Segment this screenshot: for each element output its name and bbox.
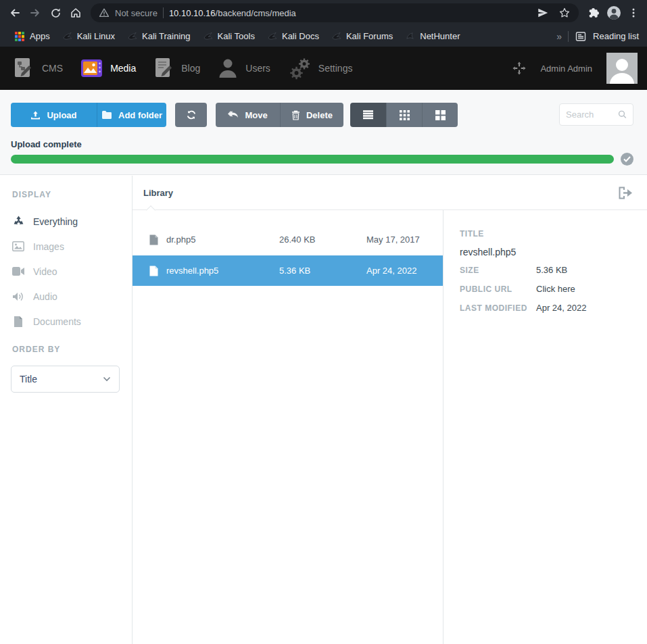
filter-documents[interactable]: Documents — [12, 309, 128, 334]
bookmarks-bar: Apps Kali Linux Kali Training Kali Tools… — [0, 26, 647, 47]
users-icon — [218, 57, 238, 79]
view-blocks-button[interactable] — [422, 103, 458, 127]
last-modified-label: LAST MODIFIED — [460, 303, 536, 313]
library-header: Library — [133, 176, 647, 210]
move-button[interactable]: Move — [216, 103, 280, 127]
upload-progress-bar — [11, 155, 614, 164]
move-arrow-icon — [228, 110, 239, 120]
filter-video[interactable]: Video — [12, 259, 128, 284]
public-url-link[interactable]: Click here — [536, 284, 575, 294]
url-text: 10.10.10.16/backend/cms/media — [169, 8, 296, 18]
filter-images[interactable]: Images — [12, 234, 128, 259]
bookmark-apps[interactable]: Apps — [8, 31, 56, 42]
filter-audio[interactable]: Audio — [12, 284, 128, 309]
address-bar[interactable]: Not secure 10.10.10.16/backend/cms/media — [91, 3, 579, 22]
title-value: revshell.php5 — [460, 247, 647, 257]
browser-menu-kebab-icon[interactable] — [628, 7, 639, 18]
media-sidebar: DISPLAY Everything Images Video — [0, 176, 133, 644]
search-input[interactable] — [566, 109, 614, 120]
refresh-icon — [186, 109, 197, 120]
omnibox-divider — [163, 7, 164, 18]
not-secure-warning-icon — [99, 7, 110, 18]
nethunter-favicon — [405, 31, 415, 41]
refresh-button[interactable] — [175, 103, 207, 127]
kali-favicon — [62, 31, 72, 41]
blog-icon — [153, 57, 174, 80]
display-heading: DISPLAY — [12, 190, 51, 199]
admin-user-name[interactable]: Admin Admin — [540, 64, 592, 74]
back-button[interactable] — [5, 3, 24, 22]
nav-item-cms[interactable]: CMS — [12, 57, 63, 80]
search-icon — [618, 109, 627, 120]
bookmark-kali-docs[interactable]: Kali Docs — [261, 31, 325, 41]
profile-avatar[interactable] — [606, 5, 621, 20]
file-row-dr-php5[interactable]: dr.php5 26.40 KB May 17, 2017 — [133, 224, 443, 255]
order-by-select[interactable]: Title — [11, 366, 120, 393]
upload-complete-check-icon[interactable] — [621, 153, 633, 166]
view-list-button[interactable] — [350, 103, 386, 127]
bookmark-kali-tools[interactable]: Kali Tools — [197, 31, 261, 41]
apps-grid-icon — [14, 31, 25, 42]
home-button[interactable] — [66, 3, 85, 22]
upload-icon — [30, 110, 41, 120]
kali-favicon — [127, 31, 137, 41]
forward-button[interactable] — [26, 3, 45, 22]
media-toolbar-strip: Upload Add folder Move Delete — [0, 90, 647, 175]
audio-icon — [12, 292, 24, 301]
order-by-heading: ORDER BY — [12, 345, 60, 354]
folder-icon — [101, 110, 112, 120]
nav-item-media[interactable]: Media — [80, 58, 136, 78]
size-value: 5.36 KB — [536, 265, 567, 275]
delete-button[interactable]: Delete — [280, 103, 343, 127]
file-icon — [149, 234, 166, 245]
nav-item-blog[interactable]: Blog — [153, 57, 200, 80]
video-icon — [12, 267, 24, 276]
extensions-puzzle-icon[interactable] — [587, 7, 600, 20]
upload-status-text: Upload complete — [11, 139, 82, 149]
security-label: Not secure — [115, 8, 158, 18]
trash-icon — [291, 110, 300, 120]
library-breadcrumb[interactable]: Library — [143, 188, 173, 198]
bookmark-kali-training[interactable]: Kali Training — [121, 31, 197, 41]
upload-button[interactable]: Upload — [11, 103, 97, 127]
public-url-label: PUBLIC URL — [460, 284, 536, 294]
cms-icon — [12, 57, 34, 80]
kali-favicon — [331, 31, 341, 41]
reading-list-label[interactable]: Reading list — [593, 31, 639, 41]
chevron-down-icon — [103, 376, 111, 382]
file-details-panel: TITLE revshell.php5 SIZE 5.36 KB PUBLIC … — [444, 210, 647, 644]
send-icon[interactable] — [537, 7, 549, 19]
go-up-export-icon[interactable] — [619, 187, 633, 199]
search-box[interactable] — [559, 103, 633, 126]
kali-favicon — [203, 31, 213, 41]
admin-avatar[interactable] — [606, 53, 638, 84]
reading-list-icon[interactable] — [575, 31, 586, 42]
images-icon — [12, 241, 24, 251]
bookmark-kali-forums[interactable]: Kali Forums — [325, 31, 399, 41]
file-icon — [149, 266, 166, 276]
bookmark-nethunter[interactable]: NetHunter — [399, 31, 466, 41]
media-icon — [80, 58, 103, 78]
file-list: dr.php5 26.40 KB May 17, 2017 revshell.p… — [133, 210, 444, 644]
bookmarks-overflow-chevron[interactable]: » — [556, 31, 561, 42]
nav-item-users[interactable]: Users — [218, 57, 270, 79]
settings-gears-icon — [288, 57, 311, 80]
cms-main-nav: CMS Media Blog Users — [0, 47, 647, 90]
browser-toolbar: Not secure 10.10.10.16/backend/cms/media — [0, 0, 647, 26]
size-label: SIZE — [460, 266, 536, 275]
filter-everything[interactable]: Everything — [12, 209, 128, 234]
add-folder-button[interactable]: Add folder — [97, 103, 166, 127]
grid-view-icon — [400, 110, 410, 120]
bookmark-star-icon[interactable] — [558, 7, 571, 19]
preferences-move-icon[interactable] — [512, 61, 526, 75]
blocks-view-icon — [435, 110, 446, 120]
view-grid-button[interactable] — [386, 103, 422, 127]
list-view-icon — [362, 110, 374, 120]
everything-icon — [12, 216, 24, 227]
last-modified-value: Apr 24, 2022 — [536, 303, 586, 313]
file-row-revshell-php5[interactable]: revshell.php5 5.36 KB Apr 24, 2022 — [133, 255, 443, 286]
reload-button[interactable] — [46, 3, 65, 22]
bookmark-kali-linux[interactable]: Kali Linux — [56, 31, 121, 41]
documents-icon — [12, 316, 24, 327]
nav-item-settings[interactable]: Settings — [288, 57, 353, 80]
